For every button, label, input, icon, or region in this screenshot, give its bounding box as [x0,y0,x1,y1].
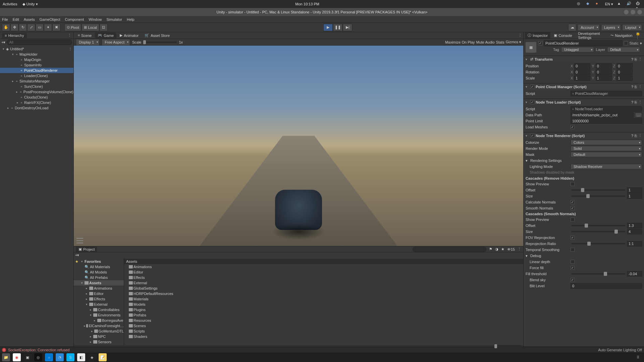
dev-settings-tab[interactable]: Development Settings [576,32,607,40]
aspect-dropdown[interactable]: Free Aspect [102,39,130,46]
terminal-icon[interactable]: ▣ [23,353,32,361]
project-filter-icon[interactable]: ⚑ [489,247,492,251]
ntr-enabled[interactable] [530,134,534,138]
volume-icon[interactable]: 🔊 [627,1,632,7]
cloud-button[interactable]: ☁ [568,24,576,31]
obs-icon[interactable]: ◎ [34,353,42,361]
screencast-icon[interactable]: ◎ [577,1,582,7]
hierarchy-item[interactable]: ▸▫RainVFX(Clone) [0,100,73,105]
stats-toggle[interactable]: Stats [496,40,504,44]
project-list-item[interactable]: Editor [124,269,523,275]
preset-icon[interactable]: ⎘ [635,100,637,104]
force-fill-checkbox[interactable] [571,266,575,270]
preset-icon[interactable]: ⎘ [635,57,637,61]
favorites-header[interactable]: ★▾Favorites [74,259,124,264]
favorite-item[interactable]: 🔍All Models [74,269,124,275]
size-slider-1[interactable] [571,195,625,197]
component-menu-icon[interactable]: ⋮ [638,84,642,89]
project-tab[interactable]: ▣ Project [76,246,97,252]
blend-sky-checkbox[interactable] [571,278,575,282]
notes-icon[interactable]: 📝 [99,353,107,361]
help-icon[interactable]: ? [631,57,633,61]
unity-icon[interactable]: ◈ [88,353,96,361]
transform-title[interactable]: Transform [535,57,630,61]
scale-slider[interactable] [143,42,177,43]
create-dropdown[interactable]: +▾ [1,40,5,45]
maximize-on-play[interactable]: Maximize On Play [445,40,475,44]
tray-icon[interactable]: ◆ [586,1,592,7]
size-val-2[interactable] [627,229,642,234]
project-list-item[interactable]: Plugins [124,307,523,312]
scene-root[interactable]: ▾◈Untitled*⋮ [0,46,73,52]
pos-y[interactable] [596,63,612,69]
navigation-tab[interactable]: ⤳ Navigation [608,33,635,38]
animator-tab[interactable]: ▶ Animator [117,33,141,38]
gameobject-name-field[interactable] [544,40,623,46]
display-dropdown[interactable]: Display 1 [76,39,100,46]
hierarchy-search[interactable] [7,40,72,45]
offset-slider-2[interactable] [571,225,625,226]
project-tree-item[interactable]: ▸NPC [74,334,124,339]
snap-toggle[interactable]: ⊡ [100,24,108,31]
preset-icon[interactable]: ⎘ [635,85,637,89]
project-list-item[interactable]: HDRPDefaultResources [124,291,523,296]
mute-audio[interactable]: Mute Audio [476,40,495,44]
project-list-item[interactable]: Animations [124,264,523,269]
pivot-toggle[interactable]: ⊙Pivot [64,24,81,31]
rot-y[interactable] [596,69,612,75]
menu-component[interactable]: Component [65,17,84,21]
pcm-script-field[interactable]: PointCloudManager [571,91,642,96]
ntl-enabled[interactable] [530,100,534,104]
project-list-item[interactable]: Scripts [124,328,523,334]
project-tree-item[interactable]: ▸Effects [74,296,124,302]
active-app[interactable]: ◆ Unity ▾ [22,2,38,6]
fov-reproj-checkbox[interactable] [571,236,575,240]
error-icon[interactable]: ! [2,348,6,352]
blit-level-field[interactable] [571,283,642,289]
move-tool[interactable]: ✥ [10,24,18,31]
reproj-val[interactable] [627,241,642,246]
vscode-icon[interactable]: ⟐ [45,353,53,361]
hierarchy-tab[interactable]: ≡ Hierarchy [2,33,27,38]
pcm-title[interactable]: Point Cloud Manager (Script) [536,85,630,89]
data-path-field[interactable] [571,112,634,118]
project-tree-item[interactable]: ▸Animations [74,286,124,291]
colorize-dropdown[interactable]: Colors [571,140,642,145]
layout-dropdown[interactable]: Layout [622,24,642,31]
menu-window[interactable]: Window [89,17,102,21]
scene-menu-icon[interactable]: ⋮ [518,33,522,38]
project-list-item[interactable]: External [124,280,523,286]
tag-dropdown[interactable]: Untagged [561,47,594,52]
project-hidden-icon[interactable]: ◑ [495,247,498,251]
project-list-item[interactable]: Effects [124,275,523,280]
pause-button[interactable]: ❚❚ [333,24,342,31]
chrome-icon[interactable]: ◉ [13,353,21,361]
layers-dropdown[interactable]: Layers [601,24,621,31]
apps-grid-icon[interactable]: ⠿ [634,353,642,361]
play-button[interactable]: ▶ [323,24,333,31]
menu-file[interactable]: File [2,17,8,21]
tray-icon-2[interactable]: ● [596,1,601,7]
hierarchy-item[interactable]: ▫Loader(Clone) [0,73,73,78]
hierarchy-item[interactable]: ▸▫DontDestroyOnLoad [0,105,73,111]
project-tree-item[interactable]: ▸Controllables [74,307,124,312]
console-tab[interactable]: ▣ Console [551,33,575,38]
inspector-tab[interactable]: ⓘ Inspector [525,32,550,39]
favorite-item[interactable]: 🔍All Prefabs [74,275,124,280]
activities-button[interactable]: Activities [3,2,17,6]
hand-tool[interactable]: ✋ [2,24,10,31]
menu-assets[interactable]: Assets [24,17,35,21]
offset-val-2[interactable] [627,223,642,228]
app2-icon[interactable]: ◧ [77,353,85,361]
size-val-1[interactable] [627,193,642,199]
point-limit-field[interactable] [571,118,642,124]
project-list-item[interactable]: Prefabs [124,312,523,318]
project-grid-slider[interactable] [494,346,521,347]
game-viewport[interactable] [74,46,523,246]
minimize-button[interactable] [624,10,629,14]
browse-button[interactable]: … [635,113,642,117]
project-list-item[interactable]: Scenes [124,323,523,328]
project-tree-item[interactable]: ▸GoMentumDTL [74,328,124,334]
asset-store-tab[interactable]: 🛒 Asset Store [142,33,172,38]
project-list-item[interactable]: GlobalSettings [124,286,523,291]
